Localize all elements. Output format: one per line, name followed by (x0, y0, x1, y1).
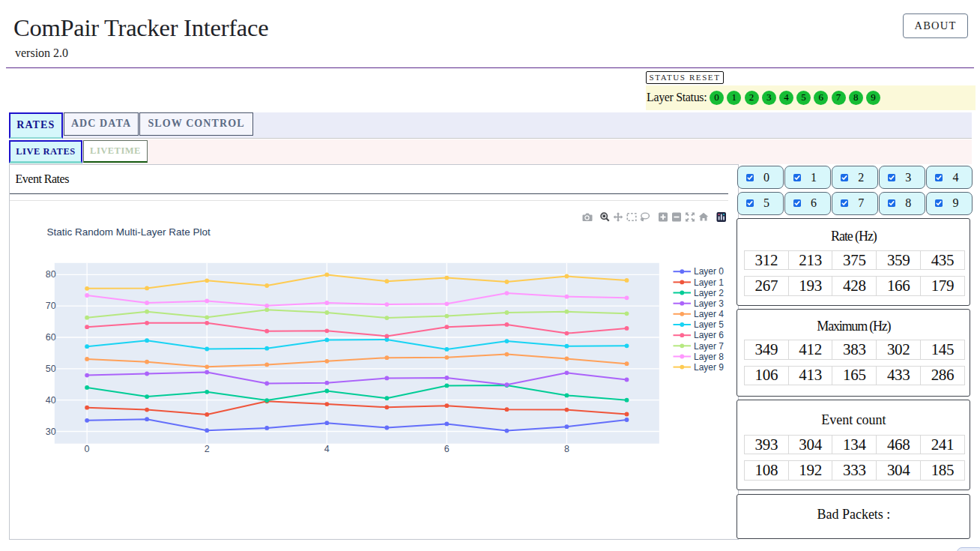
svg-text:2: 2 (204, 444, 209, 454)
svg-text:Layer 7: Layer 7 (694, 341, 724, 352)
svg-text:Layer 5: Layer 5 (694, 319, 724, 330)
svg-text:30: 30 (45, 427, 55, 437)
svg-text:Layer 8: Layer 8 (694, 352, 724, 362)
svg-text:Static Random Multi-Layer Rate: Static Random Multi-Layer Rate Plot (46, 226, 211, 238)
svg-text:0: 0 (84, 444, 89, 454)
svg-text:50: 50 (45, 364, 55, 374)
svg-text:40: 40 (45, 395, 55, 406)
svg-text:8: 8 (563, 444, 569, 454)
svg-text:Layer 1: Layer 1 (694, 277, 724, 288)
svg-text:Layer 6: Layer 6 (694, 330, 724, 340)
svg-text:4: 4 (324, 444, 329, 454)
svg-text:70: 70 (45, 301, 55, 311)
svg-text:80: 80 (45, 269, 55, 280)
svg-text:Layer 0: Layer 0 (694, 266, 724, 277)
svg-text:Layer 2: Layer 2 (694, 288, 724, 298)
svg-text:Layer 3: Layer 3 (694, 298, 724, 309)
svg-text:60: 60 (45, 332, 55, 343)
svg-text:Layer 4: Layer 4 (694, 309, 724, 319)
svg-text:6: 6 (444, 444, 449, 454)
svg-text:Layer 9: Layer 9 (694, 362, 724, 373)
